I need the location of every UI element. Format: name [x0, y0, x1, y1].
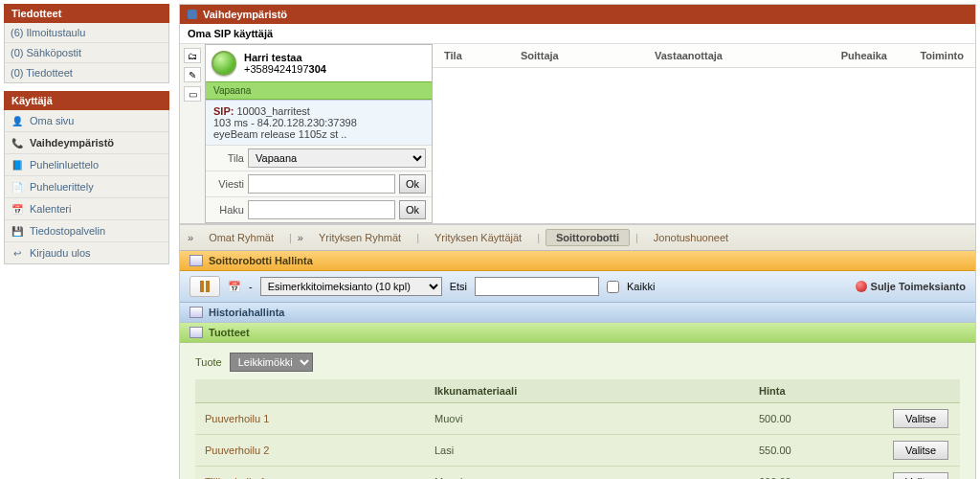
col-vastaanottaja: Vastaanottaja — [643, 44, 793, 67]
book-icon: 📘 — [11, 158, 24, 171]
calendar-icon: 📅 — [11, 202, 24, 216]
user-phone: +3589424197304 — [244, 63, 326, 75]
kaikki-checkbox[interactable] — [607, 281, 619, 293]
user-area: 🗂 ✎ ▭ Harri testaa +3589424197304 Vapaan… — [180, 44, 975, 224]
nav-vaihdeymparisto[interactable]: 📞Vaihdeympäristö — [5, 132, 168, 154]
nav-sahkopostit[interactable]: (0) Sähköpostit — [5, 43, 168, 63]
box-icon — [189, 307, 203, 318]
announcements-header: Tiedotteet — [4, 4, 169, 23]
product-name: Puuverhoilu 2 — [195, 435, 425, 467]
server-icon: 💾 — [11, 224, 24, 238]
phone-icon: 📞 — [11, 136, 24, 149]
tab-yrityksen-kayttajat[interactable]: Yrityksen Käyttäjät — [425, 230, 531, 245]
sip-subtitle: Oma SIP käyttäjä — [180, 24, 975, 44]
logout-icon: ↩ — [11, 246, 24, 260]
nav-ilmoitustaulu[interactable]: (6) Ilmoitustaulu — [5, 23, 168, 43]
haku-input[interactable] — [248, 200, 395, 219]
table-row: Puuverhoilu 2Lasi550.00Valitse — [195, 435, 960, 467]
user-name: Harri testaa — [244, 52, 326, 63]
tool-card-icon[interactable]: 🗂 — [184, 48, 201, 63]
nav-tiedostopalvelin[interactable]: 💾Tiedostopalvelin — [5, 220, 168, 242]
user-tools: 🗂 ✎ ▭ — [180, 44, 205, 223]
box-icon — [189, 327, 203, 338]
user-header: Käyttäjä — [4, 91, 169, 110]
tuote-label: Tuote — [195, 356, 222, 368]
col-soittaja: Soittaja — [509, 44, 643, 67]
viesti-label: Viesti — [212, 178, 244, 190]
haku-ok-button[interactable]: Ok — [399, 200, 426, 219]
tab-jonotushuoneet[interactable]: Jonotushuoneet — [644, 230, 738, 245]
tool-edit-icon[interactable]: ✎ — [184, 67, 201, 82]
user-icon: 👤 — [11, 114, 24, 127]
col-ikkunamateriaali: Ikkunamateriaali — [425, 379, 749, 403]
products-body: Tuote Leikkimökki Ikkunamateriaali Hinta… — [180, 343, 975, 479]
valitse-button[interactable]: Valitse — [893, 409, 948, 428]
main-panel: Vaihdeympäristö Oma SIP käyttäjä 🗂 ✎ ▭ H… — [179, 4, 976, 479]
tila-label: Tila — [212, 152, 244, 164]
user-card: Harri testaa +3589424197304 Vapaana SIP:… — [205, 44, 433, 223]
nav-tiedotteet[interactable]: (0) Tiedotteet — [5, 63, 168, 82]
product-price: 600.00 — [749, 467, 883, 480]
window-icon — [188, 10, 197, 19]
tool-note-icon[interactable]: ▭ — [184, 86, 201, 102]
products-header[interactable]: Tuotteet — [180, 323, 975, 343]
nav-kirjaudu-ulos[interactable]: ↩Kirjaudu ulos — [5, 242, 168, 263]
nav-kalenteri[interactable]: 📅Kalenteri — [5, 198, 168, 220]
col-puheaika: Puheaika — [793, 44, 899, 67]
nav-oma-sivu[interactable]: 👤Oma sivu — [5, 110, 168, 132]
tila-select[interactable]: Vapaana — [248, 148, 426, 168]
etsi-input[interactable] — [475, 277, 599, 296]
main-header: Vaihdeympäristö — [180, 5, 975, 24]
sidebar: Tiedotteet (6) Ilmoitustaulu (0) Sähköpo… — [4, 4, 169, 479]
box-icon — [189, 255, 203, 266]
robot-header: Soittorobotti Hallinta — [180, 251, 975, 271]
announcements-panel: (6) Ilmoitustaulu (0) Sähköpostit (0) Ti… — [4, 23, 169, 83]
etsi-label: Etsi — [450, 281, 467, 292]
call-grid: Tila Soittaja Vastaanottaja Puheaika Toi… — [433, 44, 975, 223]
close-assignment-button[interactable]: Sulje Toimeksianto — [856, 281, 966, 292]
product-material: Muovi — [425, 403, 749, 435]
history-header[interactable]: Historiahallinta — [180, 303, 975, 323]
call-columns: Tila Soittaja Vastaanottaja Puheaika Toi… — [433, 44, 975, 68]
product-material: Muovi — [425, 467, 749, 480]
sip-info: SIP: 10003_harritest 103 ms - 84.20.128.… — [206, 100, 432, 145]
valitse-button[interactable]: Valitse — [893, 472, 948, 479]
tab-bar: »Omat Ryhmät| »Yrityksen Ryhmät| Yrityks… — [180, 224, 975, 251]
nav-puheluerittely[interactable]: 📄Puheluerittely — [5, 176, 168, 198]
user-status: Vapaana — [206, 81, 432, 100]
valitse-button[interactable]: Valitse — [893, 441, 948, 460]
list-icon: 📄 — [11, 180, 24, 194]
calendar-small-icon[interactable]: 📅 — [228, 281, 241, 293]
viesti-input[interactable] — [248, 174, 395, 194]
presence-icon — [212, 51, 236, 76]
col-tila: Tila — [433, 44, 509, 67]
product-material: Lasi — [425, 435, 749, 467]
table-row: Puuverhoilu 1Muovi500.00Valitse — [195, 403, 960, 435]
col-hinta: Hinta — [749, 379, 883, 403]
robot-toolbar: 📅 - Esimerkkitoimeksianto (10 kpl) Etsi … — [180, 271, 975, 303]
viesti-ok-button[interactable]: Ok — [399, 174, 426, 194]
nav-puhelinluettelo[interactable]: 📘Puhelinluettelo — [5, 154, 168, 176]
product-price: 550.00 — [749, 435, 883, 467]
products-table: Ikkunamateriaali Hinta Puuverhoilu 1Muov… — [195, 379, 960, 479]
pause-button[interactable] — [189, 276, 220, 297]
product-name: Puuverhoilu 1 — [195, 403, 425, 435]
product-name: Tiiliverhoilu 1 — [195, 467, 425, 480]
haku-label: Haku — [212, 204, 244, 216]
user-panel: 👤Oma sivu 📞Vaihdeympäristö 📘Puhelinluett… — [4, 110, 169, 264]
tab-yrityksen-ryhmat[interactable]: Yrityksen Ryhmät — [309, 230, 411, 245]
tab-omat-ryhmat[interactable]: Omat Ryhmät — [199, 230, 283, 245]
table-row: Tiiliverhoilu 1Muovi600.00Valitse — [195, 467, 960, 480]
red-dot-icon — [856, 281, 867, 292]
tuote-select[interactable]: Leikkimökki — [230, 353, 313, 372]
kaikki-label: Kaikki — [627, 281, 655, 292]
assignment-select[interactable]: Esimerkkitoimeksianto (10 kpl) — [260, 277, 442, 296]
product-price: 500.00 — [749, 403, 883, 435]
tab-soittorobotti[interactable]: Soittorobotti — [546, 229, 630, 246]
col-toiminto: Toiminto — [899, 44, 975, 67]
